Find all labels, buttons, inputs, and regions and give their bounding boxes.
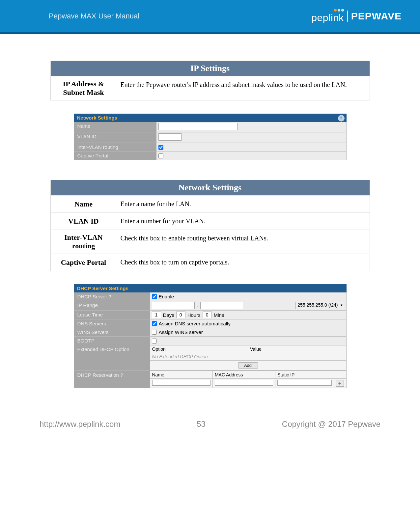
res-ip-input[interactable] — [277, 380, 331, 386]
dhcp-title: DHCP Server Settings — [74, 284, 347, 292]
ip-range-start-input[interactable] — [152, 302, 195, 309]
dhcp-server-label-text: DHCP Server — [77, 294, 107, 299]
res-name-input[interactable] — [152, 380, 210, 386]
brand-peplink: peplink — [311, 12, 344, 23]
ext-dhcp-table: Option Value No Extended DHCP Option Add — [150, 345, 346, 370]
hours-label: Hours — [187, 312, 201, 318]
dhcp-res-table: Name MAC Address Static IP + — [150, 371, 346, 388]
wins-assign-checkbox[interactable] — [152, 330, 157, 335]
ip-address-desc: Enter the Pepwave router's IP address an… — [117, 76, 370, 100]
inter-vlan-label: Inter-VLAN routing — [74, 143, 156, 151]
dns-auto-label: Assign DNS server automatically — [159, 321, 231, 326]
add-reservation-button[interactable]: + — [336, 380, 344, 387]
lease-time-label: Lease Time — [74, 311, 150, 319]
doc-vlan-desc: Enter a number for your VLAN. — [117, 213, 370, 230]
lease-hours-input[interactable] — [176, 312, 185, 318]
dns-servers-label: DNS Servers — [74, 319, 150, 328]
ext-empty-row: No Extended DHCP Option — [150, 353, 346, 361]
dhcp-res-label: DHCP Reservation ? — [74, 371, 150, 388]
wins-servers-label: WINS Servers — [74, 328, 150, 336]
ip-settings-table: IP Settings IP Address & Subnet Mask Ent… — [50, 61, 370, 100]
bootp-label: BOOTP — [74, 337, 150, 345]
vlan-id-label: VLAN ID — [74, 132, 156, 143]
dns-auto-checkbox[interactable] — [152, 321, 157, 326]
doc-intervlan-desc: Check this box to enable routing between… — [117, 230, 370, 254]
network-settings-ui: Network Settings ? Name VLAN ID Inter-VL… — [74, 114, 347, 160]
ip-range-sep: - — [197, 303, 198, 309]
mins-label: Mins — [214, 312, 224, 318]
doc-captive-desc: Check this box to turn on captive portal… — [117, 254, 370, 271]
brand-logo: peplink PEPWAVE — [311, 9, 402, 23]
name-input[interactable] — [158, 123, 238, 130]
days-label: Days — [163, 312, 174, 318]
add-button[interactable]: Add — [238, 362, 258, 369]
footer-copyright: Copyright @ 2017 Pepwave — [282, 420, 380, 429]
network-settings-doc-title: Network Settings — [51, 180, 370, 195]
page-footer: http://www.peplink.com 53 Copyright @ 20… — [0, 420, 420, 429]
footer-url: http://www.peplink.com — [40, 420, 120, 429]
captive-portal-label: Captive Portal — [74, 151, 156, 160]
subnet-mask-value: 255.255.255.0 (/24) — [297, 302, 338, 308]
res-name-col: Name — [150, 371, 212, 379]
logo-dots-icon — [334, 9, 344, 12]
dhcp-res-label-text: DHCP Reservation — [77, 372, 119, 378]
doc-intervlan-label: Inter-VLAN routing — [51, 230, 117, 254]
ip-range-end-input[interactable] — [200, 302, 243, 309]
network-settings-ui-title: Network Settings ? — [74, 114, 347, 122]
lease-mins-input[interactable] — [203, 312, 212, 318]
subnet-mask-select[interactable]: 255.255.255.0 (/24) — [295, 302, 344, 309]
ip-settings-title: IP Settings — [51, 61, 370, 76]
vlan-id-input[interactable] — [158, 133, 182, 141]
dhcp-enable-checkbox[interactable] — [152, 294, 157, 299]
brand-pepwave: PEPWAVE — [351, 11, 402, 22]
doc-name-label: Name — [51, 196, 117, 212]
page-header: Pepwave MAX User Manual peplink PEPWAVE — [0, 0, 420, 32]
dhcp-settings-ui: DHCP Server Settings DHCP Server ? Enabl… — [74, 284, 347, 388]
name-label: Name — [74, 122, 156, 132]
manual-title: Pepwave MAX User Manual — [49, 12, 139, 20]
enable-label: Enable — [159, 294, 174, 299]
captive-portal-checkbox[interactable] — [158, 153, 163, 158]
network-settings-ui-title-text: Network Settings — [77, 115, 118, 121]
ext-dhcp-label: Extended DHCP Option — [74, 345, 150, 370]
res-mac-input[interactable] — [215, 380, 273, 386]
ext-option-col: Option — [150, 345, 248, 353]
doc-vlan-label: VLAN ID — [51, 213, 117, 230]
bootp-checkbox[interactable] — [152, 339, 157, 343]
res-mac-col: MAC Address — [212, 371, 275, 379]
network-settings-doc: Network Settings Name Enter a name for t… — [50, 180, 370, 271]
help-icon[interactable]: ? — [338, 115, 345, 122]
ext-value-col: Value — [248, 345, 346, 353]
footer-page: 53 — [197, 420, 206, 429]
logo-separator — [347, 11, 348, 22]
help-icon[interactable]: ? — [108, 294, 111, 299]
doc-captive-label: Captive Portal — [51, 254, 117, 271]
ip-range-label: IP Range — [74, 301, 150, 310]
lease-days-input[interactable] — [152, 312, 161, 318]
res-ip-col: Static IP — [275, 371, 334, 379]
dhcp-server-label: DHCP Server ? — [74, 292, 150, 301]
doc-name-desc: Enter a name for the LAN. — [117, 196, 370, 212]
inter-vlan-checkbox[interactable] — [158, 145, 163, 150]
ip-address-label: IP Address & Subnet Mask — [51, 76, 117, 100]
help-icon[interactable]: ? — [120, 372, 123, 378]
wins-assign-label: Assign WINS server — [159, 329, 203, 335]
